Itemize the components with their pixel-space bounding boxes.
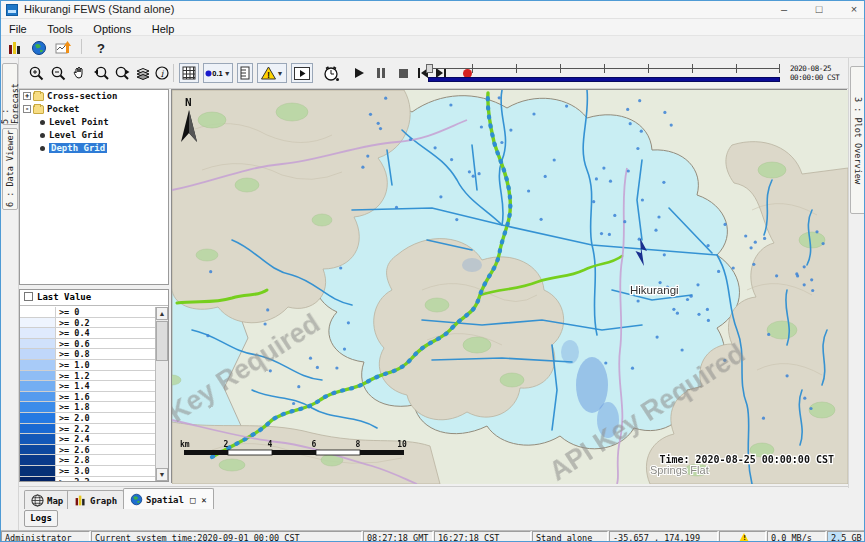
legend-row[interactable]: >= 0.6	[20, 339, 155, 350]
grid-display-icon[interactable]	[179, 63, 199, 83]
menu-options[interactable]: Options	[85, 21, 139, 35]
pan-hand-icon[interactable]	[69, 63, 89, 83]
legend-row[interactable]: >= 1.0	[20, 360, 155, 371]
legend-row[interactable]: >= 2.8	[20, 455, 155, 466]
bar-chart-icon	[74, 494, 87, 507]
toolbar-separator	[173, 64, 174, 82]
scrollbar-thumb[interactable]	[156, 321, 168, 361]
legend-row[interactable]: >= 0.2	[20, 318, 155, 329]
legend-color-swatch	[20, 434, 56, 444]
status-mode: Stand alone	[532, 531, 608, 542]
scale-bar-toggle-icon[interactable]	[237, 63, 253, 83]
zoom-out-icon[interactable]	[48, 63, 68, 83]
tree-item-pocket[interactable]: -Pocket	[20, 104, 168, 116]
legend-color-swatch	[20, 445, 56, 455]
info-icon[interactable]: i	[152, 63, 172, 83]
legend-scrollbar[interactable]: ▲ ▼	[155, 307, 168, 481]
legend-table: >= 0>= 0.2>= 0.4>= 0.6>= 0.8>= 1.0>= 1.2…	[20, 307, 155, 481]
legend-threshold-label: >= 0.6	[56, 339, 155, 349]
tree-item-depth-grid[interactable]: Depth Grid	[20, 143, 168, 155]
legend-row[interactable]: >= 2.2	[20, 424, 155, 435]
wire-globe-icon	[31, 494, 44, 507]
legend-row[interactable]: >= 0.8	[20, 349, 155, 360]
legend-threshold-label: >= 0.8	[56, 349, 155, 359]
legend-row[interactable]: >= 1.2	[20, 371, 155, 382]
legend-color-swatch	[20, 466, 56, 476]
grid-threshold-dropdown[interactable]: 0.1 ▼	[203, 63, 233, 83]
zoom-next-icon[interactable]	[112, 63, 132, 83]
tab-data-viewer[interactable]: 6 : Data Viewer	[2, 128, 18, 210]
tree-item-cross-section[interactable]: +Cross-section	[20, 91, 168, 103]
time-slider[interactable]	[426, 61, 786, 86]
timeseries-chart-icon[interactable]	[53, 38, 73, 58]
scroll-up-icon[interactable]: ▲	[156, 307, 168, 320]
legend-row[interactable]: >= 2.4	[20, 434, 155, 445]
map-view[interactable]: API Key Required API Key Required Hikura…	[171, 89, 847, 483]
legend-threshold-label: >= 1.6	[56, 392, 155, 402]
map-canvas[interactable]: API Key Required API Key Required Hikura…	[172, 90, 848, 484]
tick	[604, 64, 605, 73]
legend-row[interactable]: >= 1.6	[20, 392, 155, 403]
tab-spatial-label: Spatial	[146, 495, 184, 505]
folder-icon	[33, 105, 44, 114]
tab-forecast[interactable]: 5 : Forecast	[2, 63, 18, 125]
tree-item-level-grid[interactable]: Level Grid	[20, 130, 168, 142]
pause-icon[interactable]	[371, 63, 391, 83]
legend-row[interactable]: >= 3.0	[20, 466, 155, 477]
status-gmt-time: 08:27:18 GMT	[363, 531, 433, 542]
legend-row[interactable]: >= 2.6	[20, 445, 155, 456]
database-viewer-icon[interactable]	[5, 38, 25, 58]
zoom-previous-icon[interactable]	[91, 63, 111, 83]
zoom-in-icon[interactable]	[26, 63, 46, 83]
title-bar: Hikurangi FEWS (Stand alone) – □ ×	[1, 1, 864, 19]
tab-graph[interactable]: Graph	[67, 490, 124, 510]
play-icon[interactable]	[349, 63, 369, 83]
collapse-icon[interactable]: -	[23, 105, 31, 113]
status-user: Administrator	[1, 531, 90, 542]
status-coordinates: -35.657 , 174.199	[609, 531, 718, 542]
menu-help[interactable]: Help	[144, 21, 183, 35]
last-value-checkbox[interactable]	[24, 292, 33, 301]
legend-row[interactable]: >= 1.4	[20, 381, 155, 392]
tree-item-level-point[interactable]: Level Point	[20, 117, 168, 129]
expand-icon[interactable]: +	[23, 92, 31, 100]
legend-threshold-label: >= 1.2	[56, 371, 155, 381]
legend-row[interactable]: >= 0.4	[20, 328, 155, 339]
tab-maximize-icon[interactable]: □	[190, 495, 195, 505]
warning-icon	[739, 533, 749, 542]
legend-row[interactable]: >= 2.0	[20, 413, 155, 424]
menu-tools[interactable]: Tools	[39, 21, 81, 35]
legend-row[interactable]: >= 3.2	[20, 477, 155, 482]
tab-plot-overview[interactable]: 3 : Plot Overview	[850, 66, 865, 214]
status-memory: 2.5 GB	[827, 531, 865, 542]
interval-timer-icon[interactable]	[321, 63, 341, 83]
close-button[interactable]: ×	[839, 1, 865, 18]
logs-button[interactable]: Logs	[24, 510, 58, 527]
legend-color-swatch	[20, 339, 56, 349]
town-label: Hikurangi	[630, 284, 679, 296]
maximize-button[interactable]: □	[804, 1, 834, 18]
tab-map[interactable]: Map	[24, 490, 70, 510]
svg-text:N: N	[185, 96, 192, 109]
status-warning[interactable]	[719, 531, 766, 542]
legend-color-swatch	[20, 402, 56, 412]
last-value-option[interactable]: Last Value	[20, 290, 168, 306]
stop-icon[interactable]	[393, 63, 413, 83]
tab-spatial[interactable]: Spatial □ ✕	[123, 488, 214, 510]
animation-export-icon[interactable]	[291, 63, 313, 83]
layers-icon[interactable]	[133, 63, 153, 83]
tab-close-icon[interactable]: ✕	[201, 495, 206, 505]
legend-threshold-label: >= 0.2	[56, 318, 155, 328]
warning-threshold-dropdown[interactable]: ! ▼	[257, 63, 287, 83]
tab-graph-label: Graph	[90, 496, 117, 506]
logs-row: Logs	[19, 509, 848, 530]
legend-color-swatch	[20, 392, 56, 402]
menu-file[interactable]: File	[1, 21, 35, 35]
help-button[interactable]: ?	[91, 38, 111, 58]
time-slider-handle[interactable]	[426, 64, 433, 73]
minimize-button[interactable]: –	[769, 1, 799, 18]
map-globe-icon[interactable]	[29, 38, 49, 58]
scroll-down-icon[interactable]: ▼	[156, 468, 168, 481]
legend-row[interactable]: >= 1.8	[20, 402, 155, 413]
legend-row[interactable]: >= 0	[20, 307, 155, 318]
